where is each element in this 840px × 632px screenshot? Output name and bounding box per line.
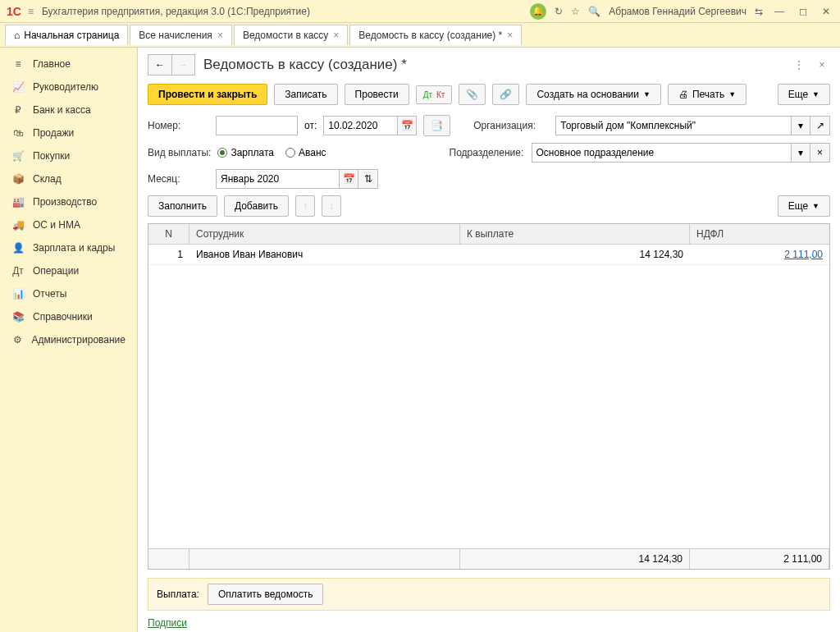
sidebar-item-admin[interactable]: ⚙Администрирование	[0, 328, 137, 351]
dept-input[interactable]	[532, 143, 791, 163]
sidebar-item-main[interactable]: ≡Главное	[0, 53, 137, 76]
post-and-close-button[interactable]: Провести и закрыть	[148, 84, 267, 105]
col-employee[interactable]: Сотрудник	[189, 224, 460, 244]
signatures-link[interactable]: Подписи	[148, 617, 187, 629]
toolbar: Провести и закрыть Записать Провести ДтК…	[148, 84, 830, 105]
date-input[interactable]	[323, 116, 397, 135]
sidebar-item-label: Продажи	[33, 127, 74, 139]
payment-label: Выплата:	[157, 588, 199, 600]
sidebar-item-bank[interactable]: ₽Банк и касса	[0, 98, 137, 121]
table-row[interactable]: 1 Иванов Иван Иванович 14 124,30 2 111,0…	[148, 245, 829, 265]
sidebar-item-label: Склад	[33, 173, 62, 185]
close-icon[interactable]: ×	[507, 30, 513, 41]
tab-home[interactable]: ⌂ Начальная страница	[5, 25, 128, 45]
fill-button[interactable]: Заполнить	[148, 195, 217, 217]
open-icon[interactable]: ↗	[810, 116, 830, 135]
sidebar-item-label: Справочники	[33, 311, 93, 323]
date-helper-button[interactable]: 📑	[423, 115, 450, 136]
number-label: Номер:	[148, 120, 209, 131]
tax-link[interactable]: 2 111,00	[784, 249, 823, 260]
forward-button[interactable]: →	[171, 55, 194, 75]
col-topay[interactable]: К выплате	[460, 224, 690, 244]
org-label: Организация:	[473, 120, 549, 131]
sidebar-item-manager[interactable]: 📈Руководителю	[0, 76, 137, 98]
bars-icon: 📊	[11, 288, 25, 300]
link-button[interactable]: 🔗	[492, 84, 519, 105]
chevron-down-icon: ▼	[812, 202, 819, 210]
table-more-button[interactable]: Еще▼	[778, 195, 830, 217]
write-button[interactable]: Записать	[274, 84, 337, 105]
star-icon[interactable]: ☆	[571, 6, 580, 17]
calendar-icon[interactable]: 📅	[397, 116, 417, 135]
chevron-down-icon: ▼	[812, 90, 819, 98]
radio-label: Аванс	[299, 147, 326, 158]
menu-icon: ≡	[11, 58, 25, 70]
close-window-icon[interactable]: ✕	[819, 6, 833, 17]
factory-icon: 🏭	[11, 196, 25, 208]
total-tax: 2 111,00	[690, 549, 829, 569]
btn-label: Еще	[788, 89, 808, 100]
radio-salary[interactable]: Зарплата	[217, 147, 274, 158]
dt-kt-button[interactable]: ДтКт	[416, 85, 453, 104]
print-button[interactable]: 🖨Печать▼	[668, 84, 746, 105]
tab-all-accruals[interactable]: Все начисления ×	[130, 25, 232, 45]
move-up-button[interactable]: ↑	[295, 195, 315, 217]
menu-icon[interactable]: ≡	[28, 6, 34, 17]
add-button[interactable]: Добавить	[224, 195, 289, 217]
back-button[interactable]: ←	[148, 55, 171, 75]
maximize-icon[interactable]: ◻	[796, 6, 810, 17]
col-tax[interactable]: НДФЛ	[690, 224, 829, 244]
minimize-icon[interactable]: —	[771, 6, 788, 17]
attach-button[interactable]: 📎	[459, 84, 486, 105]
spinner-icon[interactable]: ⇅	[358, 169, 378, 189]
dropdown-icon[interactable]: ▾	[791, 143, 810, 163]
sidebar-item-label: Покупки	[33, 150, 70, 162]
more-button[interactable]: Еще▼	[778, 84, 830, 105]
chart-icon: 📈	[11, 81, 25, 93]
foot-n	[148, 549, 189, 569]
book-icon: 📚	[11, 311, 25, 323]
sidebar-item-catalogs[interactable]: 📚Справочники	[0, 305, 137, 328]
nav-buttons: ← →	[148, 54, 195, 76]
pay-statement-button[interactable]: Оплатить ведомость	[208, 584, 324, 605]
sidebar-item-label: Зарплата и кадры	[33, 242, 115, 254]
month-input[interactable]	[216, 169, 339, 189]
dept-label: Подразделение:	[450, 147, 525, 158]
sidebar-item-reports[interactable]: 📊Отчеты	[0, 282, 137, 305]
sidebar-item-warehouse[interactable]: 📦Склад	[0, 167, 137, 190]
number-input[interactable]	[216, 116, 298, 135]
more-menu-icon[interactable]: ⋮	[791, 57, 807, 73]
post-button[interactable]: Провести	[345, 84, 409, 105]
calendar-icon[interactable]: 📅	[339, 169, 358, 189]
tab-statement-create[interactable]: Ведомость в кассу (создание) * ×	[349, 25, 522, 45]
cart-icon: 🛒	[11, 150, 25, 162]
bell-icon[interactable]: 🔔	[530, 3, 546, 20]
sidebar-item-assets[interactable]: 🚚ОС и НМА	[0, 213, 137, 236]
close-page-icon[interactable]: ×	[814, 57, 830, 73]
app-logo: 1C	[7, 5, 21, 18]
user-name[interactable]: Абрамов Геннадий Сергеевич	[609, 6, 746, 17]
clear-icon[interactable]: ×	[810, 143, 830, 163]
sidebar-item-operations[interactable]: ДтОперации	[0, 259, 137, 282]
sidebar-item-production[interactable]: 🏭Производство	[0, 190, 137, 213]
history-icon[interactable]: ↻	[555, 6, 563, 17]
close-icon[interactable]: ×	[217, 30, 223, 41]
close-icon[interactable]: ×	[333, 30, 339, 41]
radio-label: Зарплата	[231, 147, 274, 158]
col-n[interactable]: N	[148, 224, 189, 244]
org-input[interactable]	[555, 116, 791, 135]
sidebar-item-label: Отчеты	[33, 288, 66, 300]
tab-statements[interactable]: Ведомости в кассу ×	[234, 25, 348, 45]
sidebar-item-sales[interactable]: 🛍Продажи	[0, 121, 137, 144]
user-menu-icon[interactable]: ⇆	[755, 6, 763, 17]
btn-label: Печать	[692, 89, 724, 100]
chevron-down-icon: ▼	[728, 90, 736, 98]
create-based-button[interactable]: Создать на основании▼	[526, 84, 660, 105]
dropdown-icon[interactable]: ▾	[791, 116, 810, 135]
search-icon[interactable]: 🔍	[588, 6, 600, 17]
sidebar-item-purchases[interactable]: 🛒Покупки	[0, 144, 137, 167]
radio-advance[interactable]: Аванс	[285, 147, 326, 158]
sidebar: ≡Главное 📈Руководителю ₽Банк и касса 🛍Пр…	[0, 48, 138, 632]
sidebar-item-hr[interactable]: 👤Зарплата и кадры	[0, 236, 137, 259]
move-down-button[interactable]: ↓	[322, 195, 341, 217]
